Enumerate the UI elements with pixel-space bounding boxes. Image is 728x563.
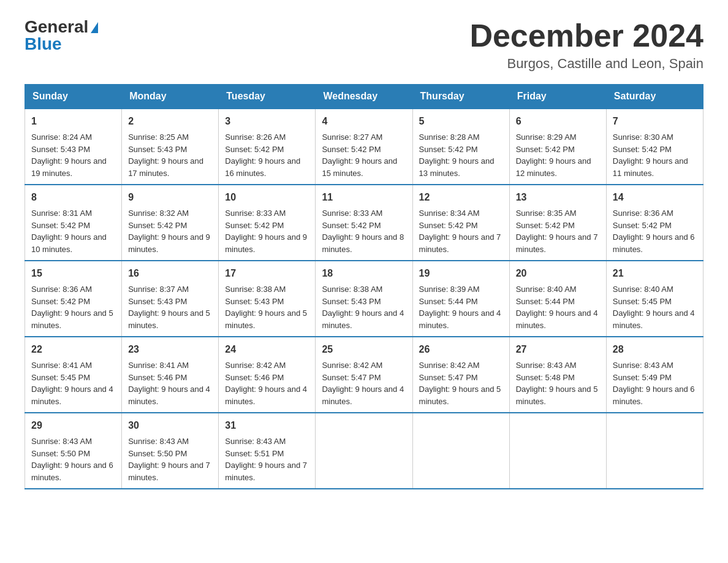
sunset-text: Sunset: 5:44 PM	[516, 297, 575, 306]
title-block: December 2024 Burgos, Castille and Leon,…	[469, 18, 703, 72]
day-number: 3	[225, 114, 309, 129]
daylight-text: Daylight: 9 hours and 10 minutes.	[31, 232, 107, 254]
calendar-cell: 14 Sunrise: 8:36 AM Sunset: 5:42 PM Dayl…	[606, 185, 703, 261]
sunrise-text: Sunrise: 8:26 AM	[225, 132, 286, 142]
sunset-text: Sunset: 5:42 PM	[516, 221, 575, 230]
daylight-text: Daylight: 9 hours and 6 minutes.	[613, 385, 695, 406]
day-number: 19	[419, 266, 503, 281]
day-number: 14	[613, 190, 697, 205]
daylight-text: Daylight: 9 hours and 5 minutes.	[31, 308, 113, 330]
sunrise-text: Sunrise: 8:30 AM	[613, 132, 673, 142]
daylight-text: Daylight: 9 hours and 5 minutes.	[128, 308, 210, 330]
day-number: 17	[225, 266, 309, 281]
page-header: General Blue December 2024 Burgos, Casti…	[25, 18, 703, 72]
sunset-text: Sunset: 5:42 PM	[225, 145, 284, 154]
day-number: 16	[128, 266, 212, 281]
calendar-cell: 25 Sunrise: 8:42 AM Sunset: 5:47 PM Dayl…	[316, 337, 412, 413]
day-header-saturday: Saturday	[606, 85, 703, 109]
sunrise-text: Sunrise: 8:41 AM	[128, 361, 189, 370]
day-number: 2	[128, 114, 212, 129]
sunset-text: Sunset: 5:49 PM	[613, 373, 672, 382]
calendar-table: SundayMondayTuesdayWednesdayThursdayFrid…	[25, 84, 703, 489]
calendar-cell: 30 Sunrise: 8:43 AM Sunset: 5:50 PM Dayl…	[122, 413, 219, 489]
calendar-cell: 5 Sunrise: 8:28 AM Sunset: 5:42 PM Dayli…	[412, 109, 509, 185]
day-number: 4	[322, 114, 406, 129]
daylight-text: Daylight: 9 hours and 9 minutes.	[225, 232, 307, 254]
logo: General Blue	[25, 18, 98, 53]
sunset-text: Sunset: 5:42 PM	[225, 221, 284, 230]
sunset-text: Sunset: 5:42 PM	[613, 145, 672, 154]
sunrise-text: Sunrise: 8:43 AM	[516, 361, 577, 370]
calendar-cell: 19 Sunrise: 8:39 AM Sunset: 5:44 PM Dayl…	[412, 261, 509, 337]
daylight-text: Daylight: 9 hours and 4 minutes.	[322, 308, 404, 330]
day-number: 10	[225, 190, 309, 205]
calendar-cell	[509, 413, 606, 489]
daylight-text: Daylight: 9 hours and 8 minutes.	[322, 232, 404, 254]
day-number: 21	[613, 266, 697, 281]
calendar-cell: 18 Sunrise: 8:38 AM Sunset: 5:43 PM Dayl…	[316, 261, 412, 337]
day-number: 23	[128, 342, 212, 357]
day-number: 1	[31, 114, 115, 129]
day-header-wednesday: Wednesday	[316, 85, 412, 109]
daylight-text: Daylight: 9 hours and 7 minutes.	[225, 461, 307, 482]
daylight-text: Daylight: 9 hours and 5 minutes.	[516, 385, 598, 406]
day-number: 26	[419, 342, 503, 357]
sunset-text: Sunset: 5:42 PM	[31, 221, 90, 230]
day-number: 15	[31, 266, 115, 281]
day-number: 25	[322, 342, 406, 357]
daylight-text: Daylight: 9 hours and 4 minutes.	[31, 385, 113, 406]
daylight-text: Daylight: 9 hours and 17 minutes.	[128, 156, 203, 178]
day-header-thursday: Thursday	[412, 85, 509, 109]
day-number: 28	[613, 342, 697, 357]
daylight-text: Daylight: 9 hours and 19 minutes.	[31, 156, 107, 178]
logo-general-text: General	[25, 18, 88, 36]
sunset-text: Sunset: 5:43 PM	[128, 297, 187, 306]
calendar-cell: 4 Sunrise: 8:27 AM Sunset: 5:42 PM Dayli…	[316, 109, 412, 185]
week-row-1: 1 Sunrise: 8:24 AM Sunset: 5:43 PM Dayli…	[25, 109, 703, 185]
daylight-text: Daylight: 9 hours and 16 minutes.	[225, 156, 300, 178]
calendar-cell: 27 Sunrise: 8:43 AM Sunset: 5:48 PM Dayl…	[509, 337, 606, 413]
week-row-2: 8 Sunrise: 8:31 AM Sunset: 5:42 PM Dayli…	[25, 185, 703, 261]
daylight-text: Daylight: 9 hours and 4 minutes.	[225, 385, 307, 406]
daylight-text: Daylight: 9 hours and 4 minutes.	[419, 308, 501, 330]
calendar-cell: 17 Sunrise: 8:38 AM Sunset: 5:43 PM Dayl…	[219, 261, 316, 337]
sunset-text: Sunset: 5:47 PM	[322, 373, 381, 382]
sunrise-text: Sunrise: 8:29 AM	[516, 132, 577, 142]
sunrise-text: Sunrise: 8:24 AM	[31, 132, 92, 142]
daylight-text: Daylight: 9 hours and 6 minutes.	[31, 461, 113, 482]
day-number: 31	[225, 418, 309, 433]
sunrise-text: Sunrise: 8:43 AM	[225, 437, 286, 446]
sunrise-text: Sunrise: 8:42 AM	[225, 361, 286, 370]
sunset-text: Sunset: 5:43 PM	[225, 297, 284, 306]
day-number: 29	[31, 418, 115, 433]
sunset-text: Sunset: 5:43 PM	[128, 145, 187, 154]
sunrise-text: Sunrise: 8:33 AM	[225, 209, 286, 218]
calendar-cell: 13 Sunrise: 8:35 AM Sunset: 5:42 PM Dayl…	[509, 185, 606, 261]
sunrise-text: Sunrise: 8:28 AM	[419, 132, 480, 142]
calendar-cell: 7 Sunrise: 8:30 AM Sunset: 5:42 PM Dayli…	[606, 109, 703, 185]
calendar-cell: 6 Sunrise: 8:29 AM Sunset: 5:42 PM Dayli…	[509, 109, 606, 185]
calendar-cell	[412, 413, 509, 489]
day-number: 8	[31, 190, 115, 205]
location-subtitle: Burgos, Castille and Leon, Spain	[469, 56, 703, 72]
sunrise-text: Sunrise: 8:40 AM	[516, 285, 577, 294]
calendar-cell: 31 Sunrise: 8:43 AM Sunset: 5:51 PM Dayl…	[219, 413, 316, 489]
daylight-text: Daylight: 9 hours and 9 minutes.	[128, 232, 210, 254]
sunset-text: Sunset: 5:47 PM	[419, 373, 478, 382]
calendar-cell: 1 Sunrise: 8:24 AM Sunset: 5:43 PM Dayli…	[25, 109, 122, 185]
sunset-text: Sunset: 5:46 PM	[128, 373, 187, 382]
sunset-text: Sunset: 5:45 PM	[31, 373, 90, 382]
calendar-cell: 21 Sunrise: 8:40 AM Sunset: 5:45 PM Dayl…	[606, 261, 703, 337]
sunset-text: Sunset: 5:50 PM	[128, 449, 187, 458]
sunset-text: Sunset: 5:45 PM	[613, 297, 672, 306]
day-header-tuesday: Tuesday	[219, 85, 316, 109]
daylight-text: Daylight: 9 hours and 12 minutes.	[516, 156, 591, 178]
day-number: 5	[419, 114, 503, 129]
sunset-text: Sunset: 5:42 PM	[516, 145, 575, 154]
sunrise-text: Sunrise: 8:43 AM	[128, 437, 189, 446]
calendar-cell: 16 Sunrise: 8:37 AM Sunset: 5:43 PM Dayl…	[122, 261, 219, 337]
sunset-text: Sunset: 5:42 PM	[419, 145, 478, 154]
sunrise-text: Sunrise: 8:35 AM	[516, 209, 577, 218]
logo-blue-text: Blue	[25, 36, 62, 53]
sunset-text: Sunset: 5:43 PM	[322, 297, 381, 306]
